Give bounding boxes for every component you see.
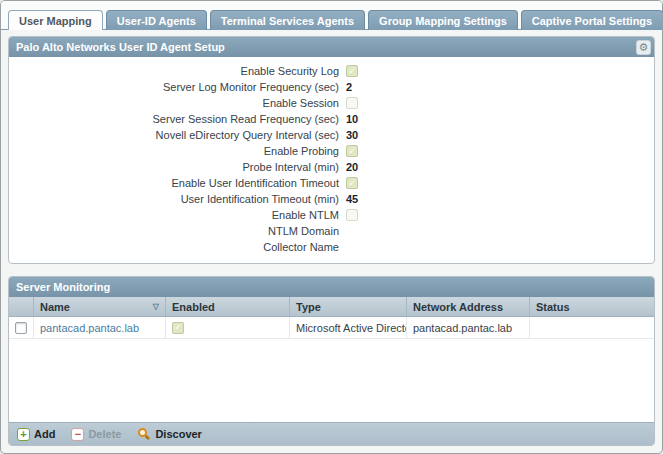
- column-label-network-address: Network Address: [413, 301, 503, 313]
- setting-label: Server Log Monitor Frequency (sec): [9, 81, 346, 93]
- tab-user-mapping[interactable]: User Mapping: [8, 10, 103, 30]
- server-monitoring-title: Server Monitoring: [16, 281, 110, 293]
- setting-label: User Identification Timeout (min): [9, 193, 346, 205]
- setting-label: Enable Probing: [9, 145, 346, 157]
- delete-label: Delete: [88, 428, 121, 440]
- tab-bar: User MappingUser-ID AgentsTerminal Servi…: [1, 1, 662, 30]
- server-monitoring-panel: Server Monitoring Name ▽ Enabled Type Ne…: [8, 276, 655, 446]
- add-button[interactable]: + Add: [17, 428, 55, 441]
- tab-terminal-services-agents[interactable]: Terminal Services Agents: [210, 10, 365, 30]
- content-area: Palo Alto Networks User ID Agent Setup ⚙…: [1, 30, 662, 446]
- table-row: pantacad.pantac.lab✓Microsoft Active Dir…: [9, 317, 654, 339]
- server-network-address-cell: pantacad.pantac.lab: [407, 317, 530, 338]
- setting-checkbox-checked: ✓: [346, 177, 358, 189]
- setup-row: Probe Interval (min)20: [9, 159, 654, 175]
- setup-row: Server Log Monitor Frequency (sec)2: [9, 79, 654, 95]
- row-select-checkbox[interactable]: [15, 322, 27, 334]
- gear-icon: ⚙: [639, 42, 649, 53]
- server-table-header: Name ▽ Enabled Type Network Address Stat…: [9, 297, 654, 317]
- setting-label: Probe Interval (min): [9, 161, 346, 173]
- setup-row: NTLM Domain: [9, 223, 654, 239]
- edit-settings-button[interactable]: ⚙: [636, 40, 651, 55]
- setting-value: 2: [346, 81, 352, 93]
- server-name-cell: pantacad.pantac.lab: [34, 317, 166, 338]
- setting-label: Enable User Identification Timeout: [9, 177, 346, 189]
- userid-agent-setup-panel: Palo Alto Networks User ID Agent Setup ⚙…: [8, 36, 655, 264]
- setting-label: NTLM Domain: [9, 225, 346, 237]
- setting-checkbox-unchecked: [346, 209, 358, 221]
- setting-checkbox-checked: ✓: [346, 145, 358, 157]
- server-table-body: pantacad.pantac.lab✓Microsoft Active Dir…: [9, 317, 654, 339]
- column-label-enabled: Enabled: [172, 301, 215, 313]
- column-header-type[interactable]: Type: [290, 297, 407, 316]
- setting-checkbox-checked: ✓: [346, 65, 358, 77]
- server-name-link[interactable]: pantacad.pantac.lab: [40, 322, 139, 334]
- setting-value: 10: [346, 113, 358, 125]
- select-all-column: [9, 297, 34, 316]
- discover-label: Discover: [155, 428, 201, 440]
- tab-captive-portal-settings[interactable]: Captive Portal Settings: [521, 10, 663, 30]
- server-status-cell: [530, 317, 654, 338]
- setting-value: 45: [346, 193, 358, 205]
- column-label-type: Type: [296, 301, 321, 313]
- setup-row: Novell eDirectory Query Interval (sec)30: [9, 127, 654, 143]
- setting-label: Collector Name: [9, 241, 346, 253]
- user-identification-page: User MappingUser-ID AgentsTerminal Servi…: [0, 0, 663, 454]
- column-header-name[interactable]: Name ▽: [34, 297, 166, 316]
- tab-group-mapping-settings[interactable]: Group Mapping Settings: [368, 10, 518, 30]
- delete-button[interactable]: − Delete: [71, 428, 121, 441]
- setting-label: Enable Session: [9, 97, 346, 109]
- column-header-network-address[interactable]: Network Address: [407, 297, 530, 316]
- server-type-cell: Microsoft Active Directory: [290, 317, 407, 338]
- setup-row: Enable User Identification Timeout✓: [9, 175, 654, 191]
- setup-row: Enable NTLM: [9, 207, 654, 223]
- magnifier-handle: [145, 435, 150, 440]
- add-icon: +: [17, 428, 30, 441]
- setup-panel-header: Palo Alto Networks User ID Agent Setup ⚙: [9, 37, 654, 57]
- setting-checkbox-unchecked: [346, 97, 358, 109]
- setup-row: User Identification Timeout (min)45: [9, 191, 654, 207]
- add-label: Add: [34, 428, 55, 440]
- setup-body: Enable Security Log✓Server Log Monitor F…: [9, 57, 654, 263]
- setup-panel-title: Palo Alto Networks User ID Agent Setup: [16, 41, 225, 53]
- setting-label: Enable Security Log: [9, 65, 346, 77]
- column-header-status[interactable]: Status: [530, 297, 654, 316]
- table-empty-area: [9, 339, 654, 422]
- setup-row: Collector Name: [9, 239, 654, 255]
- column-header-enabled[interactable]: Enabled: [166, 297, 290, 316]
- setup-row: Enable Probing✓: [9, 143, 654, 159]
- setup-row: Enable Session: [9, 95, 654, 111]
- setup-row: Server Session Read Frequency (sec)10: [9, 111, 654, 127]
- discover-icon: [137, 427, 151, 441]
- tab-user-id-agents[interactable]: User-ID Agents: [106, 10, 207, 30]
- setting-value: 30: [346, 129, 358, 141]
- setting-value: 20: [346, 161, 358, 173]
- setting-label: Server Session Read Frequency (sec): [9, 113, 346, 125]
- setup-row: Enable Security Log✓: [9, 63, 654, 79]
- sort-down-icon[interactable]: ▽: [153, 302, 159, 311]
- enabled-checkbox-checked: ✓: [172, 322, 184, 334]
- server-monitoring-header: Server Monitoring: [9, 277, 654, 297]
- setting-label: Novell eDirectory Query Interval (sec): [9, 129, 346, 141]
- server-toolbar: + Add − Delete Discover: [9, 422, 654, 445]
- delete-icon: −: [71, 428, 84, 441]
- setting-label: Enable NTLM: [9, 209, 346, 221]
- server-enabled-cell: ✓: [166, 317, 290, 338]
- column-label-name: Name: [40, 301, 70, 313]
- column-label-status: Status: [536, 301, 570, 313]
- discover-button[interactable]: Discover: [137, 427, 201, 441]
- row-select-cell: [9, 317, 34, 338]
